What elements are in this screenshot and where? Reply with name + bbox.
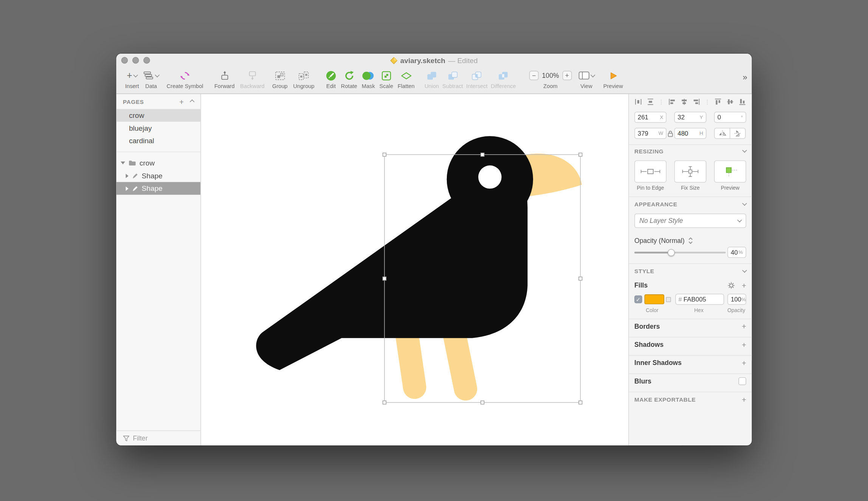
y-suffix: Y <box>700 114 703 120</box>
opacity-slider[interactable] <box>634 248 726 256</box>
disclosure-right-icon[interactable] <box>126 186 128 191</box>
ungroup-button[interactable]: Ungroup <box>293 69 314 89</box>
union-button[interactable]: Union <box>425 69 439 89</box>
flatten-button[interactable]: Flatten <box>398 69 415 89</box>
chevron-down-icon[interactable] <box>742 148 747 152</box>
borders-header: Borders <box>634 323 660 331</box>
width-input[interactable]: 379 W <box>634 128 666 139</box>
lock-proportions-icon[interactable] <box>668 130 673 137</box>
chevron-down-icon[interactable] <box>742 201 747 206</box>
flip-vertical-button[interactable] <box>730 128 746 139</box>
selection-handle-bottom-right[interactable] <box>578 400 582 404</box>
forward-button[interactable]: Forward <box>214 69 235 89</box>
group-icon <box>275 71 285 80</box>
y-input[interactable]: 32 Y <box>674 112 707 123</box>
scale-button[interactable]: Scale <box>379 69 393 89</box>
view-button[interactable]: View <box>578 69 594 89</box>
appearance-section-header: APPEARANCE <box>629 199 752 209</box>
add-shadow-button[interactable]: + <box>742 341 746 349</box>
blur-enabled-checkbox[interactable] <box>738 377 746 385</box>
insert-button[interactable]: + Insert <box>125 69 139 89</box>
toolbar-overflow-button[interactable]: » <box>743 73 747 82</box>
color-variable-icon[interactable] <box>666 297 671 302</box>
gear-icon[interactable] <box>727 281 735 289</box>
subtract-button[interactable]: Subtract <box>442 69 463 89</box>
layer-shape-2-selected[interactable]: Shape <box>116 182 201 195</box>
union-icon <box>427 71 437 80</box>
create-symbol-button[interactable]: Create Symbol <box>167 69 203 89</box>
close-button[interactable] <box>121 57 128 64</box>
rotation-input[interactable]: 0 ° <box>714 112 746 123</box>
separator-dots: ⋮ <box>704 99 710 105</box>
pin-to-edge-option[interactable] <box>634 161 666 183</box>
titlebar[interactable]: aviary.sketch — Edited <box>116 54 752 67</box>
align-right-icon[interactable] <box>693 98 701 106</box>
add-inner-shadow-button[interactable]: + <box>742 359 746 367</box>
resizing-preview[interactable] <box>714 161 746 183</box>
height-input[interactable]: 480 H <box>674 128 707 139</box>
selection-handle-middle-left[interactable] <box>383 277 386 280</box>
fills-header: Fills <box>634 281 648 289</box>
layer-style-select[interactable]: No Layer Style <box>634 213 746 228</box>
add-export-button[interactable]: + <box>742 396 746 404</box>
fix-size-option[interactable] <box>674 161 707 183</box>
layer-shape-1[interactable]: Shape <box>116 169 201 182</box>
fill-color-swatch[interactable] <box>644 294 664 304</box>
preview-button[interactable]: Preview <box>603 69 623 89</box>
filter-input[interactable]: Filter <box>133 434 147 442</box>
distribute-horizontally-icon[interactable] <box>634 98 642 106</box>
selection-handle-bottom-left[interactable] <box>383 400 386 404</box>
alignment-toolbar: ⋮ ⋮ <box>629 94 752 110</box>
align-bottom-icon[interactable] <box>738 98 746 106</box>
fullscreen-button[interactable] <box>143 57 150 64</box>
intersect-button[interactable]: Intersect <box>466 69 487 89</box>
fill-enabled-checkbox[interactable]: ✓ <box>634 295 642 303</box>
difference-button[interactable]: Difference <box>491 69 516 89</box>
disclosure-down-icon[interactable] <box>121 162 125 164</box>
selection-handle-top-left[interactable] <box>383 153 386 156</box>
selection-handle-bottom-middle[interactable] <box>480 400 484 404</box>
edit-button[interactable]: Edit <box>326 69 336 89</box>
group-button[interactable]: Group <box>272 69 288 89</box>
align-center-horizontal-icon[interactable] <box>680 98 688 106</box>
selection-handle-top-middle[interactable] <box>480 153 484 156</box>
selection-handle-middle-right[interactable] <box>578 277 582 280</box>
layer-artboard-crow[interactable]: crow <box>116 156 201 169</box>
fill-opacity-input[interactable]: 100 % <box>727 294 746 305</box>
opacity-input[interactable]: 40 % <box>727 247 746 258</box>
resizing-option-labels: Pin to Edge Fix Size Preview <box>629 182 752 191</box>
distribute-vertically-icon[interactable] <box>646 98 654 106</box>
align-middle-vertical-icon[interactable] <box>726 98 734 106</box>
page-item-crow[interactable]: crow <box>116 109 201 122</box>
zoom-out-button[interactable]: − <box>529 71 539 80</box>
page-item-cardinal[interactable]: cardinal <box>116 135 201 147</box>
y-value: 32 <box>677 114 700 121</box>
mask-button[interactable]: Mask <box>362 69 375 89</box>
zoom-in-button[interactable]: + <box>562 71 572 80</box>
backward-button[interactable]: Backward <box>240 69 264 89</box>
collapse-pages-icon[interactable] <box>190 99 194 104</box>
page-item-bluejay[interactable]: bluejay <box>116 122 201 135</box>
shadows-section-header: Shadows + <box>629 340 752 349</box>
fill-hex-input[interactable]: # FAB005 <box>675 294 724 305</box>
rotation-value: 0 <box>718 114 741 121</box>
add-border-button[interactable]: + <box>742 323 746 331</box>
minimize-button[interactable] <box>132 57 139 64</box>
add-page-button[interactable]: + <box>179 97 184 105</box>
selection-handle-top-right[interactable] <box>578 153 582 156</box>
x-input[interactable]: 261 X <box>634 112 666 123</box>
rotate-button[interactable]: Rotate <box>341 69 357 89</box>
play-icon <box>609 71 617 80</box>
slider-knob[interactable] <box>667 249 674 256</box>
chevron-down-icon[interactable] <box>742 268 747 272</box>
data-button[interactable]: Data <box>143 69 159 89</box>
disclosure-right-icon[interactable] <box>126 173 128 178</box>
flip-horizontal-button[interactable] <box>714 128 730 139</box>
blend-mode-stepper-icon[interactable] <box>688 237 693 245</box>
align-top-icon[interactable] <box>714 98 722 106</box>
add-fill-button[interactable]: + <box>742 281 746 289</box>
layer-style-value: No Layer Style <box>639 217 738 225</box>
inner-shadows-header: Inner Shadows <box>634 359 682 367</box>
canvas[interactable] <box>201 94 628 445</box>
align-left-icon[interactable] <box>668 98 676 106</box>
